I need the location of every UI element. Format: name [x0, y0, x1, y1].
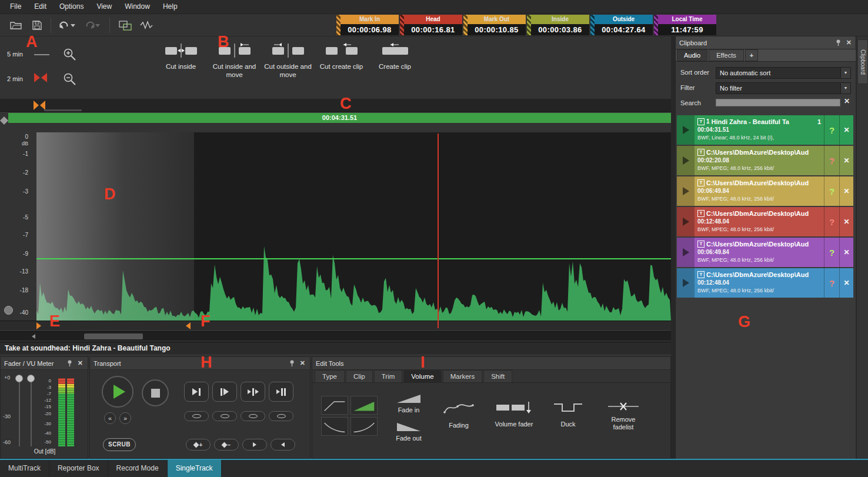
- playhead-cursor[interactable]: [438, 134, 439, 328]
- mark-in-handle-icon[interactable]: [36, 322, 41, 329]
- scrollbar-thumb[interactable]: [84, 333, 143, 339]
- waveform-tool-icon[interactable]: [139, 18, 154, 33]
- prelisten-icon[interactable]: ?: [824, 268, 839, 298]
- remove-fadelist-button[interactable]: Remove fadelist: [598, 401, 649, 431]
- fader-knob-left[interactable]: [15, 375, 23, 382]
- fade-shape-selected-button[interactable]: [350, 396, 378, 415]
- menu-options[interactable]: Options: [53, 0, 90, 14]
- menu-view[interactable]: View: [90, 0, 118, 14]
- menu-edit[interactable]: Edit: [28, 0, 53, 14]
- clipboard-item[interactable]: T 1 Hindi Zahra - Beautiful Ta 1 00:04:3…: [677, 115, 853, 145]
- clipboard-item[interactable]: T C:\Users\DbmAzure\Desktop\Aud 00:02:20…: [677, 146, 853, 175]
- mark-out-handle-icon[interactable]: [186, 322, 191, 329]
- tab-reporter-box[interactable]: Reporter Box: [49, 460, 108, 477]
- prelisten-icon[interactable]: ?: [824, 176, 839, 206]
- fade-out-button[interactable]: Fade out: [384, 421, 433, 442]
- pin-icon[interactable]: [67, 360, 72, 367]
- waveform-scrollbar[interactable]: [0, 331, 671, 341]
- loop-to-mark-button[interactable]: [184, 411, 209, 421]
- add-tab-button[interactable]: +: [745, 49, 758, 61]
- scrub-button[interactable]: SCRUB: [103, 438, 136, 451]
- menu-help[interactable]: Help: [156, 0, 184, 14]
- tab-multitrack[interactable]: MultiTrack: [0, 460, 49, 477]
- zoom-preset-5min[interactable]: 5 min: [7, 51, 23, 58]
- create-clip-button[interactable]: Create clip: [368, 41, 422, 95]
- previous-marker-button[interactable]: [271, 439, 295, 451]
- prelisten-play-button[interactable]: [677, 238, 695, 267]
- time-ruler[interactable]: [0, 99, 671, 112]
- sort-order-dropdown[interactable]: No automatic sort ▼: [716, 67, 851, 79]
- soundhead-marker-icon[interactable]: [34, 101, 45, 110]
- play-from-mark-button[interactable]: [212, 382, 237, 402]
- stop-button[interactable]: [142, 379, 169, 406]
- open-folder-icon[interactable]: [8, 18, 24, 33]
- play-selection-button[interactable]: [269, 382, 293, 402]
- add-marker-button[interactable]: +: [186, 439, 211, 451]
- tab-shift[interactable]: Shift: [483, 370, 512, 382]
- remove-item-icon[interactable]: ✕: [839, 268, 853, 298]
- clipboard-item[interactable]: T C:\Users\DbmAzure\Desktop\Aud 00:06:49…: [677, 176, 853, 206]
- fade-shape-curve-in-button[interactable]: [350, 417, 378, 436]
- waveform-display[interactable]: [36, 132, 671, 321]
- zoom-in-icon[interactable]: [62, 47, 78, 62]
- loop-from-mark-button[interactable]: [212, 411, 237, 421]
- close-icon[interactable]: ✕: [78, 359, 83, 367]
- prelisten-play-button[interactable]: [677, 176, 695, 206]
- cut-inside-button[interactable]: Cut inside: [154, 41, 208, 95]
- volume-fader-button[interactable]: Volume fader: [488, 401, 540, 428]
- remove-marker-button[interactable]: −: [214, 439, 239, 451]
- prelisten-play-button[interactable]: [677, 207, 695, 236]
- next-marker-button[interactable]: [242, 439, 267, 451]
- redo-dropdown-icon[interactable]: [94, 18, 101, 33]
- tab-type[interactable]: Type: [315, 370, 345, 382]
- tab-clip[interactable]: Clip: [346, 370, 373, 382]
- skip-forward-button[interactable]: »: [119, 412, 131, 424]
- pin-icon[interactable]: [836, 39, 841, 46]
- timeline-diamond-icon[interactable]: [0, 116, 8, 125]
- tab-record-mode[interactable]: Record Mode: [108, 460, 168, 477]
- loop-selection-button[interactable]: [269, 411, 293, 421]
- duck-button[interactable]: Duck: [547, 401, 589, 428]
- cut-outside-move-button[interactable]: Cut outside and move: [261, 41, 315, 95]
- remove-item-icon[interactable]: ✕: [839, 176, 853, 206]
- menu-file[interactable]: File: [4, 0, 28, 14]
- remove-item-icon[interactable]: ✕: [839, 238, 853, 267]
- fade-shape-linear-in-button[interactable]: [321, 396, 348, 415]
- cut-inside-move-button[interactable]: Cut inside and move: [208, 41, 261, 95]
- play-over-mark-button[interactable]: [241, 382, 265, 402]
- fader-knob-icon[interactable]: [4, 306, 13, 315]
- prelisten-icon[interactable]: ?: [824, 207, 839, 236]
- fader-track-left[interactable]: [19, 382, 20, 446]
- clipboard-item[interactable]: T C:\Users\DbmAzure\Desktop\Aud 00:12:48…: [677, 268, 853, 298]
- tab-audio[interactable]: Audio: [677, 49, 707, 61]
- panel-divider[interactable]: [671, 36, 675, 459]
- insert-take-icon[interactable]: [118, 18, 133, 33]
- menu-window[interactable]: Window: [118, 0, 156, 14]
- take-duration-bar[interactable]: 00:04:31.51: [8, 113, 671, 123]
- fader-knob-right[interactable]: [27, 375, 35, 382]
- remove-item-icon[interactable]: ✕: [839, 115, 853, 145]
- skip-back-button[interactable]: «: [104, 412, 116, 424]
- tab-singletrack[interactable]: SingleTrack: [168, 460, 222, 477]
- zoom-out-icon[interactable]: [62, 72, 78, 87]
- close-icon[interactable]: ✕: [300, 359, 305, 367]
- search-input[interactable]: [716, 99, 840, 106]
- mark-range-icon[interactable]: [34, 73, 47, 82]
- undo-dropdown-icon[interactable]: [69, 18, 76, 33]
- ruler-scroll-thumb[interactable]: [44, 109, 82, 111]
- tab-effects[interactable]: Effects: [709, 49, 744, 61]
- clipboard-side-tab[interactable]: Clipboard: [857, 39, 868, 84]
- fader-track-right[interactable]: [31, 382, 32, 446]
- scroll-left-arrow-icon[interactable]: [32, 334, 35, 339]
- volume-level-line[interactable]: [36, 258, 671, 259]
- clear-search-icon[interactable]: ✕: [844, 97, 850, 105]
- prelisten-icon[interactable]: ?: [824, 146, 839, 175]
- fade-in-button[interactable]: Fade in: [384, 392, 433, 414]
- prelisten-play-button[interactable]: [677, 115, 695, 145]
- prelisten-icon[interactable]: ?: [824, 238, 839, 267]
- prelisten-play-button[interactable]: [677, 146, 695, 175]
- play-to-mark-button[interactable]: [184, 382, 209, 402]
- clipboard-item[interactable]: T C:\Users\DbmAzure\Desktop\Aud 00:12:48…: [677, 207, 853, 236]
- remove-item-icon[interactable]: ✕: [839, 146, 853, 175]
- selection-region[interactable]: [36, 132, 194, 321]
